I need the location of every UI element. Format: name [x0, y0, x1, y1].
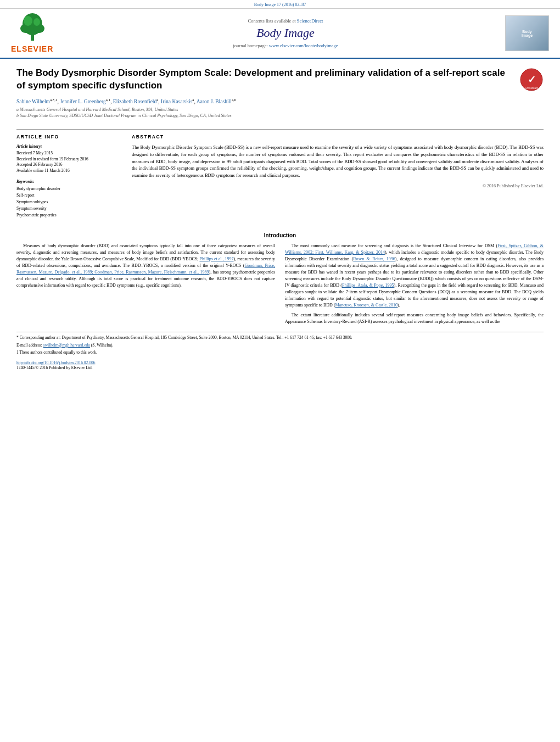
author-wilhelm[interactable]: Sabine Wilhelm — [16, 99, 50, 104]
footnote-email: E-mail address: swilhelm@mgh.harvard.edu… — [16, 343, 544, 349]
intro-right-para1: The most commonly used measure for scree… — [285, 243, 544, 309]
intro-right-para2: The extant literature additionally inclu… — [285, 312, 544, 325]
doi-link[interactable]: http://dx.doi.org/10.1016/j.bodyim.2016.… — [16, 360, 95, 365]
journal-cover-image: BodyImage — [505, 15, 549, 51]
svg-point-2 — [20, 24, 31, 33]
authors-line: Sabine Wilhelma,*,1, Jennifer L. Greenbe… — [16, 98, 511, 104]
keyword-2: Self-report — [16, 192, 121, 199]
article-history-group: Article history: Received 7 May 2015 Rec… — [16, 144, 121, 174]
ref-first2002[interactable]: First, Spitzer, Gibbon, & Williams, 2002… — [285, 243, 544, 255]
affiliation-a: a Massachusetts General Hospital and Har… — [16, 107, 511, 112]
introduction-body: Measures of body dysmorphic disorder (BD… — [16, 243, 544, 325]
issn-text: 1740-1445/© 2016 Published by Elsevier L… — [16, 365, 93, 370]
elsevier-logo: ELSEVIER — [11, 13, 53, 53]
keyword-1: Body dysmorphic disorder — [16, 186, 121, 192]
journal-header: ELSEVIER Contents lists available at Sci… — [0, 9, 560, 59]
article-content: The Body Dysmorphic Disorder Symptom Sca… — [0, 59, 560, 378]
footnotes-area: * Corresponding author at: Department of… — [16, 332, 544, 356]
journal-cover-area: BodyImage — [494, 15, 549, 51]
journal-homepage-link[interactable]: www.elsevier.com/locate/bodyimage — [269, 43, 338, 48]
article-title-section: The Body Dysmorphic Disorder Symptom Sca… — [16, 67, 544, 125]
page-wrapper: Body Image 17 (2016) 82–87 ELSEVIER — [0, 0, 560, 742]
article-title-area: The Body Dysmorphic Disorder Symptom Sca… — [16, 67, 511, 125]
ref-mancuso2010[interactable]: Mancuso, Knoesen, & Castle, 2010 — [335, 303, 398, 308]
title-divider — [16, 129, 544, 130]
abstract-text: The Body Dysmorphic Disorder Symptom Sca… — [132, 144, 544, 179]
crossmark-area: ✓ CrossMark — [519, 67, 544, 92]
journal-center-info: Contents lists available at ScienceDirec… — [77, 18, 494, 48]
keyword-3: Symptom subtypes — [16, 199, 121, 205]
intro-left-para1: Measures of body dysmorphic disorder (BD… — [16, 243, 275, 289]
ref-goodman1989[interactable]: Goodman, Price, Rasmussen, Mazure, Delga… — [16, 263, 275, 275]
revised-date: Received in revised form 19 February 201… — [16, 157, 121, 163]
svg-text:CrossMark: CrossMark — [524, 86, 538, 90]
elsevier-wordmark: ELSEVIER — [11, 44, 53, 53]
ref-phillips1997[interactable]: Phillips et al., 1997 — [199, 256, 233, 261]
author-greenberg[interactable]: Jennifer L. Greenberg — [60, 99, 105, 104]
intro-col-right: The most commonly used measure for scree… — [285, 243, 544, 325]
footnote-corresponding: * Corresponding author at: Department of… — [16, 335, 544, 341]
copyright-text: © 2016 Published by Elsevier Ltd. — [132, 183, 544, 188]
article-info-column: ARTICLE INFO Article history: Received 7… — [16, 134, 121, 224]
journal-homepage-text: journal homepage: www.elsevier.com/locat… — [77, 43, 494, 48]
journal-title: Body Image — [77, 26, 494, 40]
svg-text:✓: ✓ — [527, 74, 535, 85]
contents-available-text: Contents lists available at ScienceDirec… — [77, 18, 494, 24]
crossmark-icon: ✓ CrossMark — [520, 68, 543, 91]
keyword-4: Symptom severity — [16, 205, 121, 212]
ref-phillips1995[interactable]: Phillips, Atala, & Pope, 1995 — [342, 283, 394, 288]
doi-section: http://dx.doi.org/10.1016/j.bodyim.2016.… — [16, 360, 544, 370]
keywords-list: Body dysmorphic disorder Self-report Sym… — [16, 186, 121, 219]
svg-point-3 — [33, 24, 44, 33]
publisher-logo-area: ELSEVIER — [11, 13, 77, 53]
svg-point-4 — [24, 16, 32, 26]
affiliations-area: a Massachusetts General Hospital and Har… — [16, 107, 511, 118]
journal-reference-bar: Body Image 17 (2016) 82–87 — [0, 0, 560, 9]
footnote-equal-contribution: 1 These authors contributed equally to t… — [16, 350, 544, 356]
author-blashill[interactable]: Aaron J. Blashill — [197, 99, 232, 104]
accepted-date: Accepted 26 February 2016 — [16, 162, 121, 168]
abstract-header: ABSTRACT — [132, 134, 544, 140]
body-content: Introduction Measures of body dysmorphic… — [16, 232, 544, 370]
keywords-group: Keywords: Body dysmorphic disorder Self-… — [16, 179, 121, 219]
article-title: The Body Dysmorphic Disorder Symptom Sca… — [16, 67, 511, 92]
intro-col-left: Measures of body dysmorphic disorder (BD… — [16, 243, 275, 325]
sciencedirect-link[interactable]: ScienceDirect — [297, 18, 323, 24]
article-info-header: ARTICLE INFO — [16, 134, 121, 140]
author-kasarskis[interactable]: Irina Kasarskis — [161, 99, 192, 104]
abstract-column: ABSTRACT The Body Dysmorphic Disorder Sy… — [132, 134, 544, 224]
author-rosenfield[interactable]: Elizabeth Rosenfield — [113, 99, 156, 104]
info-abstract-section: ARTICLE INFO Article history: Received 7… — [16, 134, 544, 224]
elsevier-tree-icon — [16, 13, 49, 43]
received-date: Received 7 May 2015 — [16, 150, 121, 157]
affiliation-b: b San Diego State University, SDSU/UCSD … — [16, 113, 511, 118]
svg-point-5 — [33, 18, 40, 26]
keywords-label: Keywords: — [16, 179, 121, 184]
history-label: Article history: — [16, 144, 121, 149]
journal-cover-label: BodyImage — [522, 30, 533, 37]
online-date: Available online 11 March 2016 — [16, 168, 121, 174]
ref-rosen1996[interactable]: Rosen & Reiter, 1996 — [353, 256, 395, 261]
journal-ref-text: Body Image 17 (2016) 82–87 — [254, 2, 306, 7]
email-link[interactable]: swilhelm@mgh.harvard.edu — [43, 343, 90, 348]
keyword-5: Psychometric properties — [16, 212, 121, 219]
introduction-title: Introduction — [16, 232, 544, 238]
